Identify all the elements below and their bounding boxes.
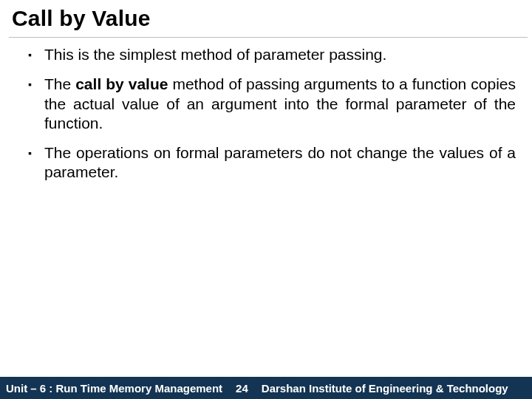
bullet-item: ▪ The call by value method of passing ar…: [28, 75, 516, 133]
bullet-item: ▪ This is the simplest method of paramet…: [28, 45, 516, 64]
footer-unit: Unit – 6 : Run Time Memory Management: [6, 382, 222, 395]
bullet-text: This is the simplest method of parameter…: [44, 45, 516, 64]
bullet-item: ▪ The operations on formal parameters do…: [28, 143, 516, 183]
footer-bar: Unit – 6 : Run Time Memory Management 24…: [0, 377, 532, 399]
square-bullet-icon: ▪: [28, 75, 44, 133]
bullet-text: The operations on formal parameters do n…: [44, 143, 516, 183]
slide-title: Call by Value: [10, 6, 522, 37]
content-area: ▪ This is the simplest method of paramet…: [10, 45, 522, 183]
title-divider: [9, 37, 528, 38]
text-run: This is the simplest method of parameter…: [44, 46, 386, 63]
text-run: The operations on formal parameters do n…: [44, 144, 516, 180]
footer-page-number: 24: [222, 382, 262, 395]
text-run-bold: call by value: [75, 75, 172, 92]
square-bullet-icon: ▪: [28, 143, 44, 183]
text-run: The: [44, 75, 75, 92]
bullet-text: The call by value method of passing argu…: [44, 75, 516, 133]
square-bullet-icon: ▪: [28, 45, 44, 64]
slide: Call by Value ▪ This is the simplest met…: [0, 0, 532, 399]
footer-institute: Darshan Institute of Engineering & Techn…: [262, 382, 526, 395]
